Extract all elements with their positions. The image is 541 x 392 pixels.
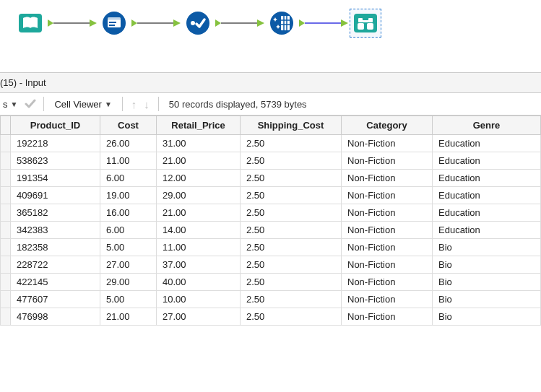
cell-shipping-cost[interactable]: 2.50 bbox=[241, 239, 342, 256]
svg-marker-14 bbox=[215, 19, 221, 27]
workflow-node-select[interactable] bbox=[182, 9, 214, 38]
table-row[interactable]: 3423836.0014.002.50Non-FictionEducation bbox=[1, 222, 541, 239]
cell-category[interactable]: Non-Fiction bbox=[342, 239, 433, 256]
cell-cost[interactable]: 6.00 bbox=[100, 222, 157, 239]
table-row[interactable]: 40969119.0029.002.50Non-FictionEducation bbox=[1, 187, 541, 204]
cell-shipping-cost[interactable]: 2.50 bbox=[241, 291, 342, 308]
cell-product-id[interactable]: 476998 bbox=[11, 308, 100, 326]
cell-shipping-cost[interactable]: 2.50 bbox=[241, 274, 342, 291]
table-row[interactable]: 4776075.0010.002.50Non-FictionBio bbox=[1, 291, 541, 308]
table-row[interactable]: 53862311.0021.002.50Non-FictionEducation bbox=[1, 152, 541, 170]
cell-cost[interactable]: 5.00 bbox=[100, 291, 157, 308]
cell-retail-price[interactable]: 14.00 bbox=[157, 222, 241, 239]
cell-genre[interactable]: Bio bbox=[433, 291, 541, 308]
cell-genre[interactable]: Education bbox=[433, 222, 541, 239]
cell-retail-price[interactable]: 40.00 bbox=[157, 274, 241, 291]
workflow-node-cleanse[interactable] bbox=[266, 9, 298, 38]
cell-product-id[interactable]: 477607 bbox=[11, 291, 100, 308]
svg-marker-3 bbox=[90, 19, 97, 27]
cell-genre[interactable]: Bio bbox=[433, 256, 541, 274]
cell-category[interactable]: Non-Fiction bbox=[342, 222, 433, 239]
apply-check-icon[interactable] bbox=[25, 99, 36, 109]
cell-shipping-cost[interactable]: 2.50 bbox=[241, 222, 342, 239]
table-row[interactable]: 22872227.0037.002.50Non-FictionBio bbox=[1, 256, 541, 274]
col-header-category[interactable]: Category bbox=[342, 116, 433, 135]
cell-retail-price[interactable]: 10.00 bbox=[157, 291, 241, 308]
cell-genre[interactable]: Education bbox=[433, 170, 541, 187]
cell-category[interactable]: Non-Fiction bbox=[342, 204, 433, 222]
cell-cost[interactable]: 16.00 bbox=[100, 204, 157, 222]
cell-category[interactable]: Non-Fiction bbox=[342, 308, 433, 326]
cell-cost[interactable]: 5.00 bbox=[100, 239, 157, 256]
cell-product-id[interactable]: 192218 bbox=[11, 135, 100, 152]
cell-product-id[interactable]: 182358 bbox=[11, 239, 100, 256]
svg-marker-25 bbox=[341, 19, 348, 27]
cell-genre[interactable]: Bio bbox=[433, 274, 541, 291]
table-row[interactable]: 47699821.0027.002.50Non-FictionBio bbox=[1, 308, 541, 326]
cell-shipping-cost[interactable]: 2.50 bbox=[241, 204, 342, 222]
table-row[interactable]: 42214529.0040.002.50Non-FictionBio bbox=[1, 274, 541, 291]
cell-shipping-cost[interactable]: 2.50 bbox=[241, 170, 342, 187]
table-row[interactable]: 1823585.0011.002.50Non-FictionBio bbox=[1, 239, 541, 256]
cell-retail-price[interactable]: 12.00 bbox=[157, 170, 241, 187]
col-header-retail-price[interactable]: Retail_Price bbox=[157, 116, 241, 135]
cell-category[interactable]: Non-Fiction bbox=[342, 187, 433, 204]
arrow-up-icon[interactable]: ↑ bbox=[130, 98, 139, 110]
cell-category[interactable]: Non-Fiction bbox=[342, 152, 433, 170]
cell-product-id[interactable]: 409691 bbox=[11, 187, 100, 204]
col-header-shipping-cost[interactable]: Shipping_Cost bbox=[241, 116, 342, 135]
cell-category[interactable]: Non-Fiction bbox=[342, 135, 433, 152]
col-header-cost[interactable]: Cost bbox=[100, 116, 157, 135]
cell-genre[interactable]: Bio bbox=[433, 239, 541, 256]
cell-shipping-cost[interactable]: 2.50 bbox=[241, 308, 342, 326]
data-cleanse-icon bbox=[269, 10, 295, 36]
cell-retail-price[interactable]: 31.00 bbox=[157, 135, 241, 152]
cell-cost[interactable]: 19.00 bbox=[100, 187, 157, 204]
browse-icon bbox=[101, 10, 127, 36]
cell-category[interactable]: Non-Fiction bbox=[342, 274, 433, 291]
table-row[interactable]: 36518216.0021.002.50Non-FictionEducation bbox=[1, 204, 541, 222]
cell-product-id[interactable]: 365182 bbox=[11, 204, 100, 222]
cell-cost[interactable]: 11.00 bbox=[100, 152, 157, 170]
cell-product-id[interactable]: 228722 bbox=[11, 256, 100, 274]
cell-cost[interactable]: 6.00 bbox=[100, 170, 157, 187]
cell-product-id[interactable]: 422145 bbox=[11, 274, 100, 291]
row-gutter bbox=[1, 187, 11, 204]
cell-genre[interactable]: Bio bbox=[433, 308, 541, 326]
cell-category[interactable]: Non-Fiction bbox=[342, 256, 433, 274]
cell-shipping-cost[interactable]: 2.50 bbox=[241, 256, 342, 274]
workflow-node-input[interactable] bbox=[14, 9, 46, 38]
cell-category[interactable]: Non-Fiction bbox=[342, 291, 433, 308]
cell-cost[interactable]: 21.00 bbox=[100, 308, 157, 326]
table-row[interactable]: 19221826.0031.002.50Non-FictionEducation bbox=[1, 135, 541, 152]
cell-retail-price[interactable]: 37.00 bbox=[157, 256, 241, 274]
cell-cost[interactable]: 29.00 bbox=[100, 274, 157, 291]
col-header-genre[interactable]: Genre bbox=[433, 116, 541, 135]
cell-cost[interactable]: 27.00 bbox=[100, 256, 157, 274]
cell-product-id[interactable]: 342383 bbox=[11, 222, 100, 239]
workflow-canvas[interactable] bbox=[0, 0, 541, 72]
cell-retail-price[interactable]: 21.00 bbox=[157, 204, 241, 222]
cell-genre[interactable]: Education bbox=[433, 204, 541, 222]
col-header-product-id[interactable]: Product_ID bbox=[11, 116, 100, 135]
cell-shipping-cost[interactable]: 2.50 bbox=[241, 152, 342, 170]
cell-retail-price[interactable]: 29.00 bbox=[157, 187, 241, 204]
cell-genre[interactable]: Education bbox=[433, 187, 541, 204]
cell-shipping-cost[interactable]: 2.50 bbox=[241, 135, 342, 152]
cell-genre[interactable]: Education bbox=[433, 135, 541, 152]
cell-product-id[interactable]: 191354 bbox=[11, 170, 100, 187]
cell-retail-price[interactable]: 27.00 bbox=[157, 308, 241, 326]
cell-retail-price[interactable]: 11.00 bbox=[157, 239, 241, 256]
toolbar-dropdown-s[interactable]: s ▼ bbox=[0, 97, 20, 111]
cell-product-id[interactable]: 538623 bbox=[11, 152, 100, 170]
workflow-node-browse[interactable] bbox=[98, 9, 130, 38]
workflow-node-find-replace[interactable] bbox=[350, 9, 381, 38]
cell-category[interactable]: Non-Fiction bbox=[342, 170, 433, 187]
cell-retail-price[interactable]: 21.00 bbox=[157, 152, 241, 170]
table-row[interactable]: 1913546.0012.002.50Non-FictionEducation bbox=[1, 170, 541, 187]
cell-shipping-cost[interactable]: 2.50 bbox=[241, 187, 342, 204]
arrow-down-icon[interactable]: ↓ bbox=[142, 98, 151, 110]
cell-cost[interactable]: 26.00 bbox=[100, 135, 157, 152]
cell-genre[interactable]: Education bbox=[433, 152, 541, 170]
cell-viewer-dropdown[interactable]: Cell Viewer ▼ bbox=[51, 97, 114, 111]
